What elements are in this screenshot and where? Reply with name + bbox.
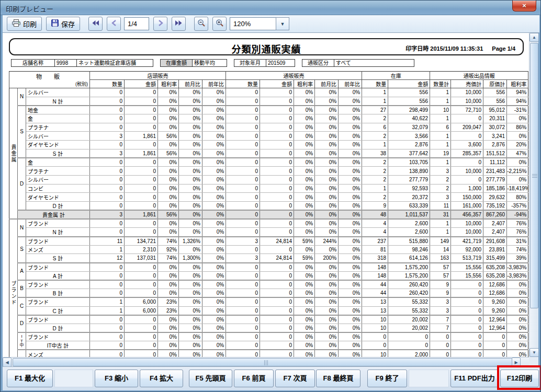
item-label: シルバー xyxy=(26,175,90,184)
f5-button[interactable]: F5 先頭頁 xyxy=(189,370,232,387)
table-row: メンズ000%0%0%000%0%0%102,0000000% xyxy=(9,350,528,357)
section-total-label: 貴金属 計 xyxy=(18,210,90,219)
table-cell: 0 xyxy=(226,219,260,228)
table-cell: 0% xyxy=(315,315,339,324)
f3-button[interactable]: F3 縮小 xyxy=(95,370,138,387)
vertical-scroll-thumb[interactable] xyxy=(530,43,538,308)
table-cell: 23,891 xyxy=(483,245,507,254)
f11-button[interactable]: F11 PDF出力 xyxy=(450,370,499,387)
table-corner-header: 物 販(税別) xyxy=(9,72,90,88)
f9-button[interactable]: F9 終了 xyxy=(367,370,407,387)
table-cell: 0% xyxy=(339,245,362,254)
f7-button[interactable]: F7 次頁 xyxy=(275,370,315,387)
table-cell: 74% xyxy=(158,254,179,263)
table-cell: 0% xyxy=(179,297,202,306)
f12-button[interactable]: F12印刷 xyxy=(500,370,539,387)
table-cell: 0 xyxy=(226,106,260,114)
table-cell: 56% xyxy=(158,210,179,219)
scroll-right-button[interactable]: ▶ xyxy=(512,358,521,367)
f8-button[interactable]: F8 最終頁 xyxy=(316,370,360,387)
table-cell: 0% xyxy=(202,141,226,149)
f1-button[interactable]: F1 最大化 xyxy=(7,370,53,387)
f6-button[interactable]: F6 前頁 xyxy=(234,370,274,387)
scroll-left-button[interactable]: ◀ xyxy=(3,358,12,367)
item-label: メンズ xyxy=(26,245,90,254)
table-cell: 0% xyxy=(294,289,315,298)
zoom-select[interactable]: 120% ▼ xyxy=(230,17,289,30)
table-cell: 0 xyxy=(451,175,483,184)
f4-button[interactable]: F4 拡大 xyxy=(140,370,183,387)
table-cell: 0% xyxy=(158,114,179,123)
table-cell: 9,260 xyxy=(483,297,507,306)
table-cell: 0% xyxy=(179,315,202,324)
table-cell: 6 xyxy=(362,123,388,132)
next-page-button[interactable] xyxy=(153,17,167,31)
page-input[interactable] xyxy=(124,17,149,30)
table-cell: 0 xyxy=(90,219,125,228)
print-button[interactable]: 印刷 xyxy=(7,17,42,31)
table-cell: 285,357 xyxy=(451,149,483,158)
table-cell: 0 xyxy=(226,297,260,306)
titlebar: 印刷プレビュー × xyxy=(1,1,540,15)
table-cell: 237 xyxy=(362,237,388,246)
last-page-button[interactable] xyxy=(172,17,186,31)
table-cell: 0% xyxy=(294,245,315,254)
table-cell: 0 xyxy=(483,350,507,357)
table-cell: 55,332 xyxy=(388,306,430,315)
first-page-button[interactable] xyxy=(88,17,103,31)
table-cell: 0% xyxy=(179,184,202,193)
close-button[interactable]: × xyxy=(512,1,536,11)
table-cell: 0 xyxy=(90,158,125,167)
table-row: シルバー000%0%0%000%0%0%2277,77920277,7790% xyxy=(9,175,528,184)
table-cell: 377,642 xyxy=(388,149,430,158)
table-cell: 0% xyxy=(294,350,315,357)
table-row: コンビ000%0%0%000%0%0%192,59321,000185,186-… xyxy=(9,184,528,193)
print-button-label: 印刷 xyxy=(23,19,37,29)
table-cell: 456,357 xyxy=(451,210,483,219)
zoom-in-button[interactable] xyxy=(212,17,227,31)
horizontal-scroll-thumb[interactable] xyxy=(13,358,519,366)
table-row: 貴金属Nシルバー000%0%0%000%0%0%1556110,00055694… xyxy=(9,88,528,97)
table-cell: 633,339 xyxy=(388,201,430,210)
table-cell: 0% xyxy=(315,201,339,210)
table-cell: 20,311 xyxy=(483,114,507,123)
item-label: ブランド xyxy=(26,332,90,341)
table-cell: 0 xyxy=(226,280,260,289)
table-cell: 2 xyxy=(362,132,388,141)
store-code: 9998 xyxy=(55,59,77,67)
prev-page-button[interactable] xyxy=(107,17,121,31)
zoom-dropdown-button[interactable]: ▼ xyxy=(276,17,289,30)
table-cell: 614,126 xyxy=(388,254,430,263)
save-button[interactable]: 保存 xyxy=(46,17,80,31)
zoom-out-button[interactable] xyxy=(194,17,208,31)
table-cell: 0 xyxy=(90,271,125,280)
table-cell: 1 xyxy=(430,141,451,149)
table-cell: 0% xyxy=(202,175,226,184)
table-cell: 0% xyxy=(507,297,528,306)
scroll-up-button[interactable]: ▲ xyxy=(529,33,539,42)
vertical-scrollbar[interactable]: ▲ ▼ xyxy=(529,33,538,357)
table-row: IT中ブランド000%0%0%000%0%0%000000% xyxy=(9,332,528,341)
scroll-down-button[interactable]: ▼ xyxy=(529,348,539,357)
table-cell: 0% xyxy=(315,149,339,158)
table-cell: 0 xyxy=(90,201,125,210)
table-cell: 0 xyxy=(451,324,483,332)
table-cell: 0 xyxy=(226,114,260,123)
table-cell: 0% xyxy=(294,271,315,280)
table-cell: 6 xyxy=(430,123,451,132)
table-cell: 0% xyxy=(315,158,339,167)
table-cell: 421,719 xyxy=(451,237,483,246)
table-cell: 0 xyxy=(90,141,125,149)
horizontal-scrollbar[interactable]: ◀ ▶ xyxy=(3,357,530,366)
sales-category-label: 通販区分 xyxy=(302,59,334,67)
table-cell: 0 xyxy=(90,228,125,237)
table-cell: 74% xyxy=(158,237,179,246)
table-cell: 48 xyxy=(362,210,388,219)
function-key-bar: F1 最大化F3 縮小F4 拡大F5 先頭頁F6 前頁F7 次頁F8 最終頁F9… xyxy=(3,366,539,390)
table-cell: 76% xyxy=(507,228,528,237)
table-cell: 0% xyxy=(179,97,202,106)
table-cell: 0% xyxy=(179,141,202,149)
close-icon: × xyxy=(522,2,526,9)
table-cell: 0 xyxy=(90,315,125,324)
table-cell: 0% xyxy=(202,315,226,324)
